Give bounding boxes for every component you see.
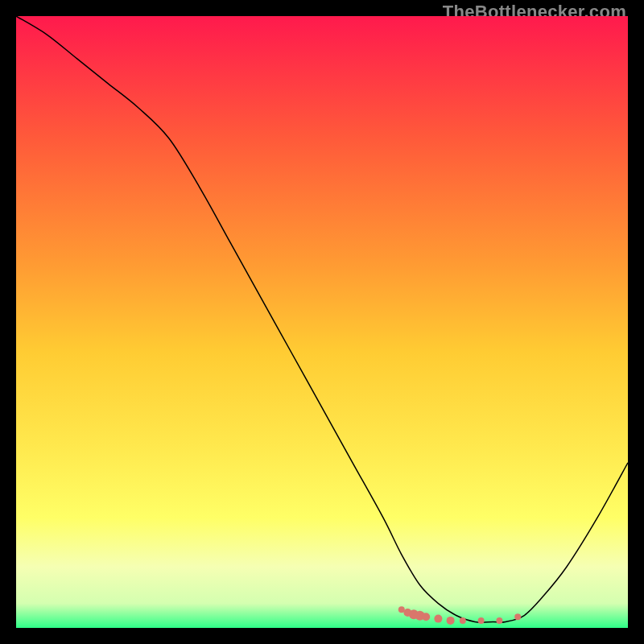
gradient-background (16, 16, 628, 628)
chart-frame (16, 16, 628, 628)
bottleneck-chart (16, 16, 628, 628)
marker-dot (496, 617, 502, 624)
marker-dot (514, 613, 521, 620)
marker-dot (422, 613, 430, 621)
marker-dot (434, 615, 442, 623)
marker-dot (460, 617, 466, 624)
marker-dot (447, 617, 455, 625)
marker-dot (478, 617, 485, 624)
